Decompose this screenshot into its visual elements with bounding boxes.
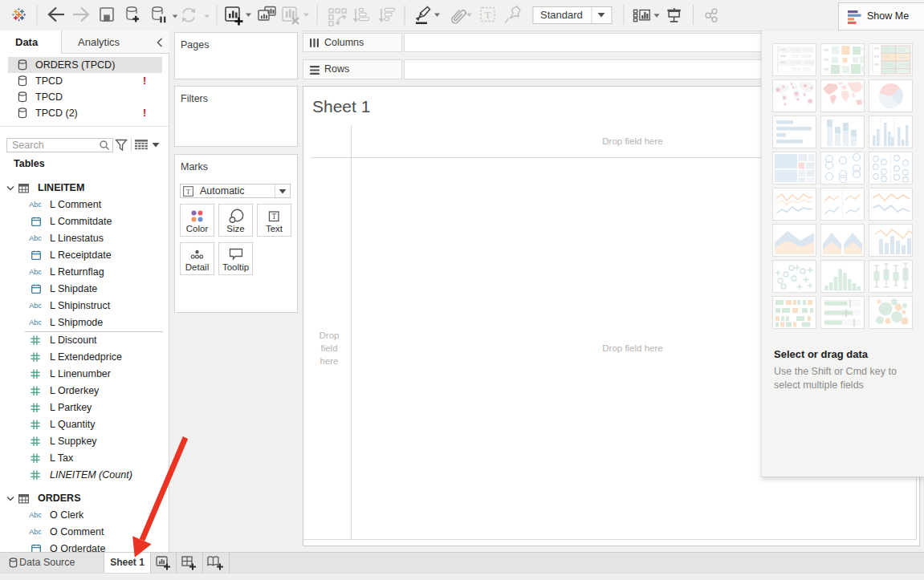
svg-text:10590: 10590: [898, 63, 910, 68]
svg-text:940: 940: [898, 55, 906, 60]
svg-text:542: 542: [898, 48, 906, 53]
svg-text:2320 2859: 2320 2859: [791, 61, 814, 66]
svg-text:153 3004: 153 3004: [791, 55, 812, 59]
svg-text:571 302: 571 302: [792, 67, 811, 72]
svg-text:123: 123: [883, 48, 890, 53]
svg-text:1234 578: 1234 578: [791, 48, 812, 53]
svg-text:2503: 2503: [883, 63, 893, 68]
svg-text:Standard: Standard: [540, 9, 583, 21]
svg-text:T: T: [186, 188, 191, 196]
svg-text:756: 756: [883, 55, 890, 60]
svg-text:T: T: [485, 9, 491, 21]
svg-text:T: T: [271, 213, 276, 221]
